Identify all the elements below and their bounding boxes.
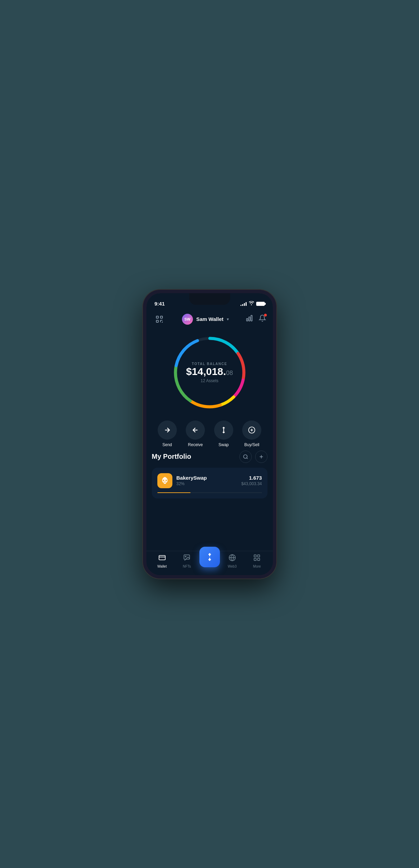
- nav-wallet[interactable]: Wallet: [150, 554, 175, 568]
- asset-card-bakeryswap[interactable]: BakerySwap 32% 1.673 $43,003.34: [152, 468, 267, 498]
- svg-rect-8: [249, 317, 250, 321]
- notification-badge: [264, 313, 267, 317]
- more-nav-label: More: [253, 565, 261, 568]
- nav-nfts[interactable]: NFTs: [174, 554, 199, 568]
- buysell-icon-circle: [242, 420, 261, 440]
- bakeryswap-percent: 32%: [176, 481, 237, 486]
- svg-rect-1: [160, 316, 162, 318]
- bottom-nav: Wallet NFTs: [146, 551, 273, 575]
- phone-frame: 9:41: [143, 290, 276, 579]
- asset-row-bakeryswap: BakerySwap 32% 1.673 $43,003.34: [157, 473, 262, 488]
- assets-count: 12 Assets: [186, 378, 233, 383]
- svg-rect-9: [251, 315, 252, 321]
- portfolio-add-button[interactable]: [255, 451, 267, 463]
- bakeryswap-name: BakerySwap: [176, 475, 237, 481]
- buysell-label: Buy/Sell: [244, 442, 259, 447]
- nfts-nav-icon: [183, 554, 191, 563]
- avatar: SW: [182, 314, 193, 325]
- center-action-button[interactable]: [199, 547, 220, 567]
- send-button[interactable]: Send: [158, 420, 177, 447]
- more-nav-icon: [253, 554, 261, 563]
- buysell-button[interactable]: Buy/Sell: [242, 420, 261, 447]
- bakeryswap-progress-bar: [157, 492, 191, 493]
- bakeryswap-progress: [157, 492, 262, 493]
- svg-rect-38: [258, 555, 260, 557]
- wallet-nav-label: Wallet: [157, 565, 167, 568]
- svg-point-24: [244, 455, 247, 458]
- balance-amount: $14,018.08: [186, 366, 233, 377]
- signal-icon: [240, 302, 247, 306]
- web3-nav-icon: [228, 554, 236, 563]
- svg-point-29: [166, 480, 167, 481]
- swap-button[interactable]: Swap: [214, 420, 233, 447]
- svg-rect-0: [156, 316, 158, 318]
- scan-button[interactable]: [153, 313, 166, 325]
- svg-rect-40: [258, 558, 260, 560]
- send-icon-circle: [158, 420, 177, 440]
- send-label: Send: [162, 442, 172, 447]
- phone-screen: 9:41: [146, 293, 273, 575]
- balance-center: TOTAL BALANCE $14,018.08 12 Assets: [186, 362, 233, 383]
- balance-label: TOTAL BALANCE: [186, 362, 233, 366]
- notification-button[interactable]: [259, 314, 266, 324]
- portfolio-search-button[interactable]: [239, 451, 252, 463]
- svg-rect-2: [156, 320, 158, 322]
- wallet-name: Sam Wallet: [196, 316, 223, 322]
- balance-section: TOTAL BALANCE $14,018.08 12 Assets: [146, 328, 273, 414]
- receive-button[interactable]: Receive: [186, 420, 205, 447]
- main-scroll: TOTAL BALANCE $14,018.08 12 Assets: [146, 328, 273, 551]
- receive-label: Receive: [188, 442, 203, 447]
- bakeryswap-amount: 1.673: [241, 475, 262, 481]
- nav-right-icons: [246, 314, 266, 324]
- svg-rect-39: [254, 558, 256, 560]
- portfolio-section: My Portfolio: [146, 451, 273, 501]
- receive-icon-circle: [186, 420, 205, 440]
- svg-point-32: [185, 556, 186, 557]
- svg-rect-7: [246, 319, 248, 321]
- status-icons: [240, 301, 265, 306]
- bakeryswap-values: 1.673 $43,003.34: [241, 475, 262, 486]
- chart-button[interactable]: [246, 314, 253, 324]
- portfolio-actions: [239, 451, 267, 463]
- nfts-nav-label: NFTs: [183, 565, 191, 568]
- spacer: [146, 501, 273, 551]
- wallet-nav-icon: [158, 554, 166, 563]
- swap-icon-circle: [214, 420, 233, 440]
- web3-nav-label: Web3: [228, 565, 237, 568]
- donut-chart: TOTAL BALANCE $14,018.08 12 Assets: [169, 332, 251, 414]
- svg-point-28: [163, 480, 164, 481]
- chevron-down-icon: ▾: [227, 317, 229, 322]
- wallet-selector[interactable]: SW Sam Wallet ▾: [182, 314, 229, 325]
- top-nav: SW Sam Wallet ▾: [146, 310, 273, 328]
- battery-icon: [256, 302, 265, 306]
- svg-rect-30: [159, 555, 165, 560]
- portfolio-title: My Portfolio: [152, 453, 192, 461]
- nav-web3[interactable]: Web3: [220, 554, 245, 568]
- bakeryswap-logo: [157, 473, 172, 488]
- status-time: 9:41: [155, 301, 165, 307]
- portfolio-header: My Portfolio: [152, 451, 267, 463]
- wifi-icon: [249, 301, 254, 306]
- bakeryswap-usd: $43,003.34: [241, 481, 262, 486]
- svg-rect-37: [254, 555, 256, 557]
- action-buttons: Send Receive: [146, 414, 273, 451]
- swap-label: Swap: [219, 442, 229, 447]
- nav-more[interactable]: More: [245, 554, 270, 568]
- svg-line-25: [247, 458, 248, 459]
- notch: [189, 293, 230, 305]
- bakeryswap-info: BakerySwap 32%: [176, 475, 237, 486]
